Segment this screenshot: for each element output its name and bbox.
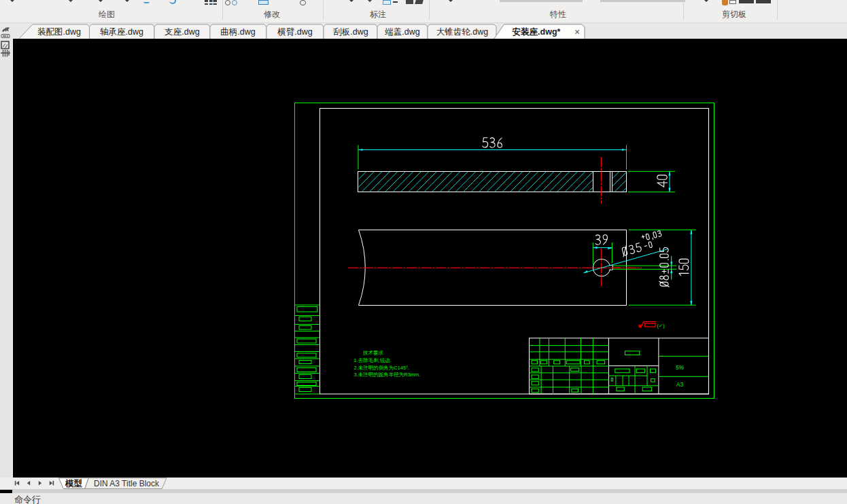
svg-text:模型: 模型 bbox=[65, 479, 83, 488]
svg-text:2.未注明的倒角为C145°.: 2.未注明的倒角为C145°. bbox=[354, 365, 410, 371]
svg-text:(✓): (✓) bbox=[657, 323, 666, 329]
svg-text:×: × bbox=[574, 26, 580, 37]
svg-text:端盖.dwg: 端盖.dwg bbox=[385, 27, 419, 37]
svg-text:支座.dwg: 支座.dwg bbox=[165, 27, 199, 37]
svg-text:轴承座.dwg: 轴承座.dwg bbox=[100, 27, 143, 37]
svg-text:5%: 5% bbox=[676, 364, 685, 371]
svg-text:刮板.dwg: 刮板.dwg bbox=[333, 27, 368, 37]
svg-text:1.去除毛刺,锐边.: 1.去除毛刺,锐边. bbox=[354, 357, 392, 363]
svg-text:大锥齿轮.dwg: 大锥齿轮.dwg bbox=[436, 27, 488, 37]
svg-text:DIN A3 Title Block: DIN A3 Title Block bbox=[94, 479, 160, 488]
svg-text:3.未注明的圆角半径为R3mm.: 3.未注明的圆角半径为R3mm. bbox=[354, 372, 421, 378]
svg-text:装配图.dwg: 装配图.dwg bbox=[37, 27, 81, 37]
svg-text:安装座.dwg*: 安装座.dwg* bbox=[513, 27, 561, 37]
svg-text:横臂.dwg: 横臂.dwg bbox=[277, 27, 312, 37]
svg-text:A3: A3 bbox=[676, 381, 684, 388]
svg-text:技术要求: 技术要求 bbox=[362, 350, 384, 356]
svg-text:曲柄.dwg: 曲柄.dwg bbox=[220, 27, 255, 37]
